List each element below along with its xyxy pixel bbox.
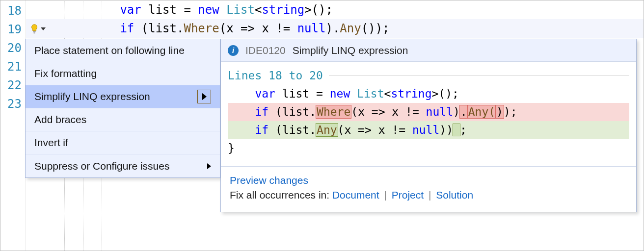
fix-all-label: Fix all occurrences in: bbox=[230, 189, 332, 201]
line-number: 19 bbox=[0, 20, 26, 39]
diff-line-unchanged: var list = new List<string>(); bbox=[228, 85, 629, 103]
editor-root: 18 19 20 21 22 23 var list = new List<st… bbox=[0, 0, 644, 251]
code-fix-preview-panel: i IDE0120 Simplify LINQ expression Lines… bbox=[220, 39, 637, 212]
quick-actions-menu: Place statement on following line Fix fo… bbox=[25, 39, 220, 178]
menu-item-simplify-linq[interactable]: Simplify LINQ expression bbox=[26, 85, 220, 108]
preview-changes-link[interactable]: Preview changes bbox=[230, 175, 308, 186]
preview-header: i IDE0120 Simplify LINQ expression bbox=[221, 39, 636, 62]
diagnostic-id: IDE0120 bbox=[245, 45, 286, 56]
line-number: 23 bbox=[0, 95, 26, 113]
menu-item-label: Add braces bbox=[34, 114, 86, 126]
separator: | bbox=[379, 189, 392, 201]
code-line-19[interactable]: if (list.Where(x => x != null).Any()); bbox=[26, 19, 644, 38]
code-area[interactable]: var list = new List<string>(); if (list.… bbox=[26, 0, 644, 38]
chevron-right-icon bbox=[207, 163, 211, 169]
menu-item-place-statement[interactable]: Place statement on following line bbox=[26, 39, 220, 62]
code-line-18[interactable]: var list = new List<string>(); bbox=[26, 0, 644, 19]
diff-view: Lines 18 to 20 var list = new List<strin… bbox=[221, 62, 636, 166]
line-number: 21 bbox=[0, 57, 26, 76]
menu-item-add-braces[interactable]: Add braces bbox=[26, 108, 220, 131]
menu-item-fix-formatting[interactable]: Fix formatting bbox=[26, 62, 220, 85]
line-number: 20 bbox=[0, 39, 26, 57]
fix-scope-solution[interactable]: Solution bbox=[436, 189, 473, 201]
lightbulb-icon bbox=[29, 24, 40, 34]
separator: | bbox=[424, 189, 436, 201]
diff-line-removed: if (list.Where(x => x != null).Any()); bbox=[228, 103, 629, 121]
chevron-right-icon bbox=[202, 93, 207, 100]
menu-item-invert-if[interactable]: Invert if bbox=[26, 131, 220, 154]
menu-item-label: Invert if bbox=[34, 137, 68, 149]
diff-line-added: if (list.Any(x => x != null)); bbox=[228, 121, 629, 139]
preview-footer: Preview changes Fix all occurrences in: … bbox=[221, 166, 636, 212]
diagnostic-title: Simplify LINQ expression bbox=[293, 45, 408, 56]
menu-item-label: Suppress or Configure issues bbox=[34, 160, 169, 172]
menu-item-label: Simplify LINQ expression bbox=[34, 91, 150, 102]
svg-rect-0 bbox=[33, 31, 36, 32]
chevron-down-icon bbox=[41, 27, 46, 30]
svg-rect-1 bbox=[33, 32, 35, 33]
submenu-indicator bbox=[197, 90, 211, 103]
insertion-marker bbox=[453, 124, 460, 136]
menu-item-label: Place statement on following line bbox=[34, 45, 185, 56]
line-number: 22 bbox=[0, 76, 26, 95]
lightbulb-quick-actions[interactable] bbox=[29, 22, 53, 36]
line-number-gutter: 18 19 20 21 22 23 bbox=[0, 0, 26, 251]
diff-range-label: Lines 18 to 20 bbox=[228, 67, 629, 85]
diff-line-unchanged: } bbox=[228, 139, 629, 157]
fix-scope-document[interactable]: Document bbox=[332, 189, 379, 201]
info-icon: i bbox=[228, 45, 239, 56]
divider bbox=[329, 75, 629, 76]
menu-item-suppress-configure[interactable]: Suppress or Configure issues bbox=[26, 154, 220, 177]
line-number: 18 bbox=[0, 1, 26, 20]
fix-scope-project[interactable]: Project bbox=[392, 189, 424, 201]
menu-item-label: Fix formatting bbox=[34, 68, 97, 79]
